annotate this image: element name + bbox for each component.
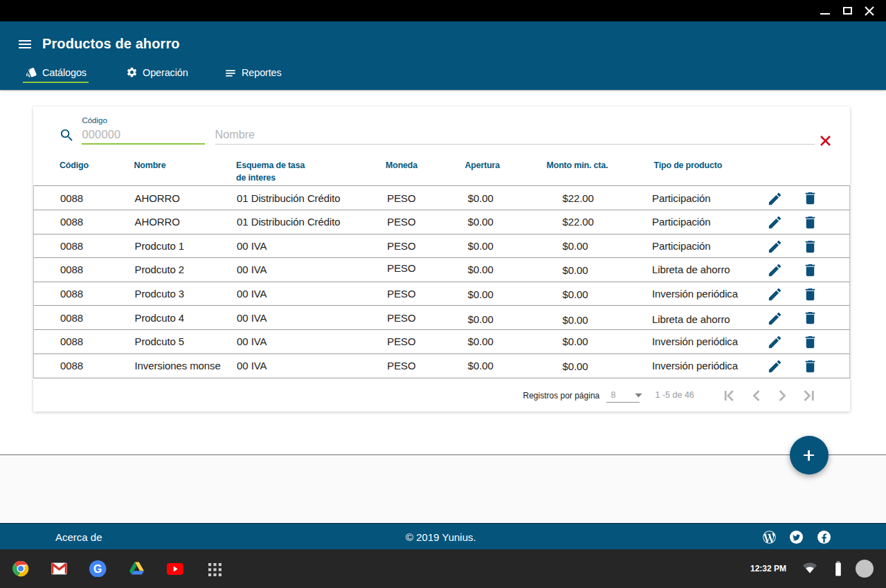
svg-text:G: G — [93, 562, 102, 574]
